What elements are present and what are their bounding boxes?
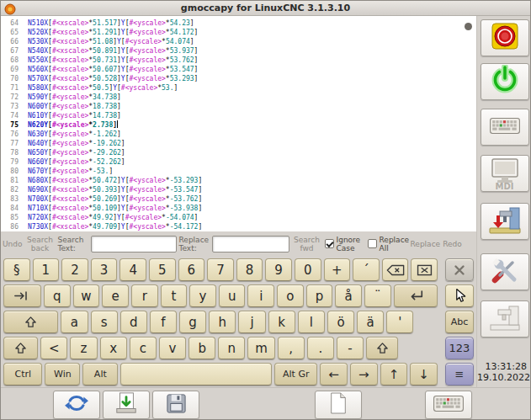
key-j[interactable]: j: [238, 311, 265, 333]
key-k[interactable]: k: [268, 311, 295, 333]
replace-text-input[interactable]: [212, 236, 289, 253]
key-space[interactable]: [120, 363, 272, 385]
key-3[interactable]: 3: [91, 258, 118, 281]
gcode-line[interactable]: 68N550X[#<xscale>*50.731]Y[#<yscale>*53.…: [1, 56, 476, 65]
gcode-line[interactable]: 83N700X[#<xscale>*50.269]Y[#<yscale>*-53…: [1, 194, 476, 204]
key-p[interactable]: p: [306, 284, 333, 307]
key-acute[interactable]: ´: [353, 258, 380, 281]
key-7[interactable]: 7: [207, 258, 234, 281]
key-c[interactable]: c: [130, 337, 157, 359]
gcode-line[interactable]: 70N570X[#<xscale>*50.528]Y[#<yscale>*53.…: [1, 74, 476, 83]
reload-file-button[interactable]: [53, 391, 100, 419]
key-6[interactable]: 6: [178, 258, 205, 281]
key-arrow-right[interactable]: →: [350, 363, 378, 385]
key-menu[interactable]: ≡: [445, 363, 474, 385]
key-t[interactable]: t: [161, 284, 188, 307]
gcode-line[interactable]: 74N610Y[#<yscale>*14.738]: [1, 111, 476, 120]
key-comma[interactable]: ,: [278, 337, 305, 359]
gcode-line[interactable]: 78N650Y[#<yscale>*-29.262]: [1, 148, 476, 157]
search-back-button[interactable]: Search back: [25, 236, 56, 253]
gcode-line[interactable]: 69N560X[#<xscale>*50.607]Y[#<yscale>*53.…: [1, 65, 476, 74]
key-pointer[interactable]: [445, 284, 474, 307]
replace-button[interactable]: Replace: [411, 240, 441, 248]
key-123[interactable]: 123: [445, 337, 474, 359]
key-w[interactable]: w: [73, 284, 100, 307]
key-tab[interactable]: [3, 284, 41, 307]
key-1[interactable]: 1: [33, 258, 60, 281]
preview-mode-button[interactable]: [481, 203, 529, 240]
gcode-line[interactable]: 72N590Y[#<yscale>*34.738]: [1, 93, 476, 102]
gcode-line[interactable]: 65N520X[#<xscale>*51.291]Y[#<yscale>*54.…: [1, 28, 476, 37]
key-e[interactable]: e: [102, 284, 129, 307]
key-arrow-up[interactable]: ↑: [380, 363, 408, 385]
gcode-line[interactable]: 82N690X[#<xscale>*50.393]Y[#<yscale>*-53…: [1, 185, 476, 194]
key-a[interactable]: a: [61, 311, 88, 333]
gcode-line[interactable]: 75N620Y[#<yscale>*2.738]: [1, 120, 476, 130]
key-4[interactable]: 4: [119, 258, 146, 281]
key-caps-shift[interactable]: [3, 311, 58, 333]
key-n[interactable]: n: [218, 337, 245, 359]
key-plus[interactable]: +: [324, 258, 351, 281]
key-h[interactable]: h: [209, 311, 236, 333]
key-arrow-left[interactable]: ←: [320, 363, 348, 385]
virtual-keyboard-button[interactable]: [481, 109, 529, 146]
key-9[interactable]: 9: [265, 258, 292, 281]
key-win[interactable]: Win: [45, 363, 80, 385]
gcode-line[interactable]: 85N720X[#<xscale>*49.92]Y[#<yscale>*-54.…: [1, 213, 476, 222]
key-less-than[interactable]: <: [40, 337, 67, 359]
gcode-line[interactable]: 71N580X[#<xscale>*50.5]Y[#<yscale>*53.]: [1, 83, 476, 93]
key-ctrl[interactable]: Ctrl: [3, 363, 42, 385]
ignore-case-checkbox[interactable]: Ignore Case: [325, 236, 365, 253]
key-y[interactable]: y: [189, 284, 216, 307]
key-backspace[interactable]: [382, 258, 409, 281]
key-l[interactable]: l: [298, 311, 325, 333]
gcode-line[interactable]: 84N710X[#<xscale>*50.109]Y[#<yscale>*-53…: [1, 204, 476, 213]
key-0[interactable]: 0: [295, 258, 321, 281]
gcode-line[interactable]: 81N680X[#<xscale>*50.472]Y[#<yscale>*-53…: [1, 176, 476, 185]
titlebar[interactable]: gmoccapy for LinuxCNC 3.1.3.10: [1, 1, 530, 16]
key-o[interactable]: o: [277, 284, 304, 307]
save-file-button[interactable]: [152, 391, 199, 419]
key-ä[interactable]: ä: [357, 311, 384, 333]
key-alt[interactable]: Alt: [82, 363, 118, 385]
key-v[interactable]: v: [159, 337, 186, 359]
key-umlaut[interactable]: ¨: [364, 284, 391, 307]
key-8[interactable]: 8: [236, 258, 263, 281]
gcode-line[interactable]: 80N670Y[#<yscale>*-53.]: [1, 167, 476, 176]
key-r[interactable]: r: [131, 284, 158, 307]
machine-on-button[interactable]: [481, 63, 529, 100]
load-file-button[interactable]: [103, 391, 150, 419]
gcode-line[interactable]: 76N630Y[#<yscale>*-1.262]: [1, 130, 476, 139]
key-2[interactable]: 2: [61, 258, 88, 281]
keyboard-toggle-button[interactable]: [425, 391, 472, 419]
mdi-mode-button[interactable]: MDI: [481, 155, 529, 192]
key-u[interactable]: u: [219, 284, 246, 307]
tool-settings-button[interactable]: [481, 253, 529, 290]
gcode-line[interactable]: 66N530X[#<xscale>*51.08]Y[#<yscale>*54.0…: [1, 37, 476, 46]
key-ö[interactable]: ö: [327, 311, 354, 333]
key-z[interactable]: z: [70, 337, 97, 359]
key-close-keyboard[interactable]: [445, 258, 474, 281]
gcode-line[interactable]: 79N660Y[#<yscale>*-52.262]: [1, 157, 476, 167]
key-b[interactable]: b: [189, 337, 215, 359]
gcode-line[interactable]: 67N540X[#<xscale>*50.891]Y[#<yscale>*53.…: [1, 46, 476, 56]
replace-all-checkbox[interactable]: Replace All: [368, 236, 408, 253]
search-fwd-button[interactable]: Search fwd: [292, 236, 322, 253]
key-q[interactable]: q: [44, 284, 71, 307]
gcode-line[interactable]: 64N510X[#<xscale>*51.517]Y[#<yscale>*54.…: [1, 19, 476, 28]
key-clear[interactable]: [411, 258, 438, 281]
gcode-line[interactable]: 86N730X[#<xscale>*49.709]Y[#<yscale>*-54…: [1, 222, 476, 231]
key-section[interactable]: §: [3, 258, 30, 281]
key-abc[interactable]: Abc: [445, 311, 474, 333]
key-minus[interactable]: -: [337, 337, 364, 359]
key-i[interactable]: i: [247, 284, 274, 307]
key-å[interactable]: å: [335, 284, 362, 307]
undo-button[interactable]: Undo: [3, 240, 23, 248]
key-x[interactable]: x: [100, 337, 127, 359]
key-enter[interactable]: [394, 284, 438, 307]
scrollbar-thumb[interactable]: [465, 23, 472, 30]
key-s[interactable]: s: [91, 311, 118, 333]
key-d[interactable]: d: [120, 311, 147, 333]
search-text-input[interactable]: [91, 236, 177, 253]
key-m[interactable]: m: [247, 337, 274, 359]
